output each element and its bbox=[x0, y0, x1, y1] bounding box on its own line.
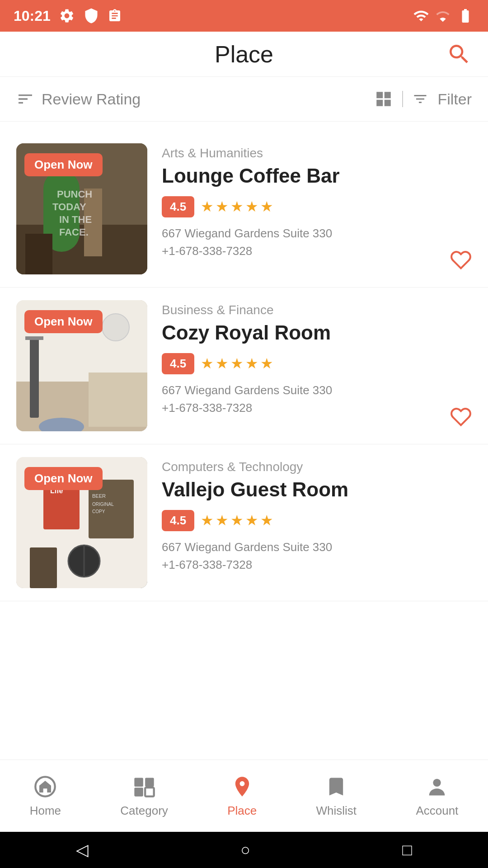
nav-category-label: Category bbox=[120, 804, 168, 818]
card-image-1: PUNCH TODAY IN THE FACE. Open Now bbox=[16, 143, 147, 274]
svg-text:COPY: COPY bbox=[92, 509, 105, 514]
rating-badge-2: 4.5 bbox=[162, 353, 194, 374]
stars-1: ★ ★ ★ ★ ★ bbox=[201, 198, 273, 215]
back-button[interactable]: ◁ bbox=[76, 840, 89, 859]
star-half: ★ bbox=[260, 198, 273, 215]
svg-text:IN THE: IN THE bbox=[59, 214, 92, 225]
star-4: ★ bbox=[245, 355, 258, 372]
svg-rect-24 bbox=[83, 545, 85, 577]
svg-text:PUNCH: PUNCH bbox=[57, 189, 92, 200]
star-3: ★ bbox=[230, 355, 244, 372]
star-half: ★ bbox=[260, 355, 273, 372]
star-1: ★ bbox=[201, 355, 214, 372]
star-half: ★ bbox=[260, 512, 273, 529]
star-2: ★ bbox=[216, 355, 229, 372]
star-3: ★ bbox=[230, 198, 244, 215]
svg-rect-12 bbox=[25, 336, 43, 340]
card-rating-2: 4.5 ★ ★ ★ ★ ★ bbox=[162, 353, 472, 374]
card-info-2: Business & Finance Cozy Royal Room 4.5 ★… bbox=[162, 300, 472, 415]
star-2: ★ bbox=[216, 198, 229, 215]
category-icon bbox=[131, 774, 157, 799]
svg-point-31 bbox=[433, 779, 441, 787]
nav-home-label: Home bbox=[30, 804, 61, 818]
view-filter-controls: Filter bbox=[374, 90, 472, 108]
card-category-1: Arts & Humanities bbox=[162, 146, 472, 160]
nav-home[interactable]: Home bbox=[30, 774, 61, 818]
bottom-spacer bbox=[0, 601, 488, 710]
star-2: ★ bbox=[216, 512, 229, 529]
filter-icon[interactable] bbox=[412, 91, 428, 107]
listing-card-2[interactable]: Open Now Business & Finance Cozy Royal R… bbox=[0, 288, 488, 444]
bottom-navigation: Home Category Place Whislist bbox=[0, 760, 488, 832]
whislist-icon bbox=[324, 774, 349, 799]
favorite-button-1[interactable] bbox=[450, 249, 472, 271]
filter-label[interactable]: Filter bbox=[437, 90, 472, 108]
clipboard-icon bbox=[108, 9, 122, 23]
listing-card-1[interactable]: PUNCH TODAY IN THE FACE. Open Now Arts &… bbox=[0, 131, 488, 288]
card-address-1: 667 Wiegand Gardens Suite 330 bbox=[162, 226, 472, 241]
recents-button[interactable]: □ bbox=[402, 840, 412, 859]
card-name-3: Vallejo Guest Room bbox=[162, 478, 472, 502]
search-button[interactable] bbox=[446, 42, 472, 67]
filter-bar: Review Rating Filter bbox=[0, 77, 488, 122]
open-now-badge-3: Open Now bbox=[24, 467, 103, 490]
battery-icon bbox=[456, 8, 474, 24]
card-name-1: Lounge Coffee Bar bbox=[162, 164, 472, 188]
listings-container: PUNCH TODAY IN THE FACE. Open Now Arts &… bbox=[0, 122, 488, 719]
card-phone-1: +1-678-338-7328 bbox=[162, 244, 472, 258]
shield-icon bbox=[83, 8, 99, 24]
svg-point-15 bbox=[102, 314, 129, 341]
settings-icon bbox=[59, 8, 75, 24]
nav-category[interactable]: Category bbox=[120, 774, 168, 818]
svg-rect-25 bbox=[30, 547, 57, 588]
star-1: ★ bbox=[201, 512, 214, 529]
sort-icon bbox=[16, 90, 34, 108]
grid-icon[interactable] bbox=[374, 90, 393, 108]
status-right bbox=[413, 8, 474, 24]
rating-badge-1: 4.5 bbox=[162, 196, 194, 217]
card-category-3: Computers & Technology bbox=[162, 460, 472, 474]
sort-label: Review Rating bbox=[42, 90, 141, 108]
heart-icon-1 bbox=[450, 249, 472, 271]
svg-rect-27 bbox=[134, 778, 143, 787]
svg-rect-29 bbox=[134, 788, 143, 797]
account-icon bbox=[424, 774, 450, 799]
star-4: ★ bbox=[245, 512, 258, 529]
time-display: 10:21 bbox=[14, 8, 51, 24]
status-bar: 10:21 bbox=[0, 0, 488, 32]
listing-card-3[interactable]: Life BEER ORIGINAL COPY Open Now Compute… bbox=[0, 444, 488, 601]
place-icon bbox=[230, 774, 255, 799]
card-phone-2: +1-678-338-7328 bbox=[162, 401, 472, 415]
favorite-button-2[interactable] bbox=[450, 406, 472, 428]
home-button[interactable]: ○ bbox=[240, 840, 250, 859]
svg-rect-30 bbox=[145, 788, 154, 797]
search-icon bbox=[446, 42, 472, 67]
open-now-badge-2: Open Now bbox=[24, 310, 103, 333]
svg-rect-28 bbox=[145, 778, 154, 787]
card-phone-3: +1-678-338-7328 bbox=[162, 558, 472, 572]
nav-place-label: Place bbox=[227, 804, 257, 818]
page-title: Place bbox=[215, 41, 273, 68]
rating-badge-3: 4.5 bbox=[162, 510, 194, 531]
heart-icon-2 bbox=[450, 406, 472, 428]
svg-rect-11 bbox=[30, 336, 39, 418]
app-header: Place bbox=[0, 32, 488, 77]
star-3: ★ bbox=[230, 512, 244, 529]
star-1: ★ bbox=[201, 198, 214, 215]
svg-text:TODAY: TODAY bbox=[52, 201, 86, 212]
home-icon bbox=[33, 774, 58, 799]
nav-whislist[interactable]: Whislist bbox=[316, 774, 357, 818]
stars-2: ★ ★ ★ ★ ★ bbox=[201, 355, 273, 372]
svg-text:FACE.: FACE. bbox=[59, 226, 89, 238]
card-rating-3: 4.5 ★ ★ ★ ★ ★ bbox=[162, 510, 472, 531]
card-rating-1: 4.5 ★ ★ ★ ★ ★ bbox=[162, 196, 472, 217]
card-category-2: Business & Finance bbox=[162, 303, 472, 317]
svg-text:BEER: BEER bbox=[92, 493, 106, 499]
card-name-2: Cozy Royal Room bbox=[162, 321, 472, 345]
nav-account[interactable]: Account bbox=[416, 774, 458, 818]
nav-place[interactable]: Place bbox=[227, 774, 257, 818]
star-4: ★ bbox=[245, 198, 258, 215]
svg-rect-14 bbox=[89, 373, 147, 427]
sort-control[interactable]: Review Rating bbox=[16, 90, 141, 108]
card-info-1: Arts & Humanities Lounge Coffee Bar 4.5 … bbox=[162, 143, 472, 258]
